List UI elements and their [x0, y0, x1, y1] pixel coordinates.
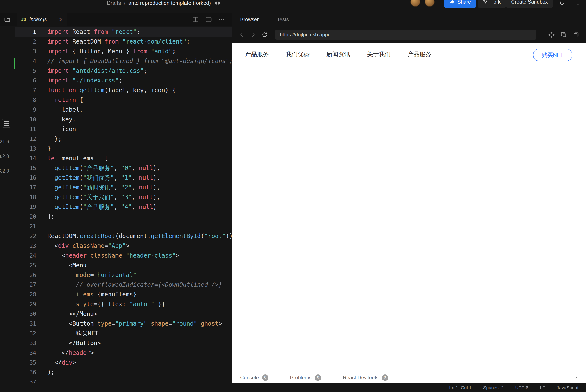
- code-line[interactable]: 31 <Button type="primary" shape="round" …: [15, 319, 232, 328]
- code-line[interactable]: 16 getItem("我们优势", "1", null),: [15, 173, 232, 183]
- code-line[interactable]: 33 </Button>: [15, 338, 232, 348]
- line-content: }: [47, 144, 51, 154]
- code-line[interactable]: 32 购买NFT: [15, 328, 232, 338]
- tab-close-icon[interactable]: ×: [59, 16, 63, 22]
- line-number: 37: [15, 377, 36, 383]
- site-menu-item[interactable]: 产品服务: [237, 46, 277, 62]
- tab-tests[interactable]: Tests: [277, 16, 289, 22]
- code-line[interactable]: 12 };: [15, 134, 232, 144]
- code-line[interactable]: 35 </div>: [15, 358, 232, 368]
- line-content: </header>: [47, 348, 94, 358]
- code-line[interactable]: 2import ReactDOM from "react-dom/client"…: [15, 37, 232, 46]
- line-content: return {: [47, 95, 83, 105]
- code-line[interactable]: 11 icon: [15, 124, 232, 134]
- line-content: key,: [47, 114, 76, 124]
- browser-chrome: [233, 26, 586, 43]
- line-number: 15: [15, 163, 36, 173]
- buy-nft-button[interactable]: 购买NFT: [533, 49, 572, 61]
- code-line[interactable]: 4// import { DownOutlined } from "@ant-d…: [15, 56, 232, 66]
- code-line[interactable]: 19 getItem("产品服务", "4", null): [15, 202, 232, 212]
- code-line[interactable]: 18 getItem("关于我们", "3", null),: [15, 192, 232, 202]
- share-button[interactable]: Share: [444, 0, 476, 8]
- code-line[interactable]: 13}: [15, 144, 232, 154]
- encoding-setting[interactable]: UTF-8: [515, 385, 528, 390]
- code-line[interactable]: 17 getItem("新闻资讯", "2", null),: [15, 183, 232, 192]
- code-line[interactable]: 21: [15, 222, 232, 231]
- code-line[interactable]: 23 <div className="App">: [15, 241, 232, 251]
- breadcrumb-drafts[interactable]: Drafts: [107, 0, 121, 6]
- code-line[interactable]: 36);: [15, 368, 232, 377]
- cursor-position[interactable]: Ln 1, Col 1: [449, 385, 471, 390]
- line-number: 28: [15, 290, 36, 300]
- language-mode[interactable]: JavaScript: [556, 385, 578, 390]
- tabbar-actions: [192, 13, 225, 26]
- code-line[interactable]: 7function getItem(label, key, icon) {: [15, 86, 232, 95]
- console-bar: Console0Problems0React DevTools0: [233, 372, 586, 383]
- forward-icon[interactable]: [249, 31, 257, 38]
- site-header: 产品服务我们优势新闻资讯关于我们产品服务 购买NFT: [233, 43, 586, 62]
- code-line[interactable]: 6import "./index.css";: [15, 76, 232, 86]
- dependencies-menu-icon[interactable]: [2, 119, 11, 128]
- site-menu-item[interactable]: 产品服务: [399, 46, 440, 62]
- site-menu-item[interactable]: 我们优势: [277, 46, 318, 62]
- code-line[interactable]: 22ReactDOM.createRoot(document.getElemen…: [15, 231, 232, 241]
- code-line[interactable]: 8 return {: [15, 95, 232, 105]
- chevron-down-icon[interactable]: [573, 375, 579, 380]
- refresh-icon[interactable]: [261, 31, 268, 38]
- more-options-kebab-icon[interactable]: [574, 0, 582, 7]
- copy-url-icon[interactable]: [560, 31, 567, 38]
- notifications-bell-icon[interactable]: [558, 0, 566, 7]
- console-tab[interactable]: React DevTools0: [343, 374, 388, 381]
- site-menu-item[interactable]: 新闻资讯: [318, 46, 359, 62]
- open-new-window-icon[interactable]: [572, 31, 580, 38]
- code-line[interactable]: 10 key,: [15, 114, 232, 124]
- tab-index-js[interactable]: JS index.js ×: [17, 13, 67, 26]
- editor-tabbar: JS index.js ×: [0, 13, 232, 26]
- console-tab[interactable]: Console0: [240, 374, 268, 381]
- count-badge: 0: [262, 374, 268, 381]
- url-input[interactable]: [275, 30, 536, 40]
- code-line[interactable]: 20];: [15, 212, 232, 222]
- code-line[interactable]: 15 getItem("产品服务", "0", null),: [15, 163, 232, 173]
- code-line[interactable]: 24 <header className="header-class">: [15, 251, 232, 260]
- code-line[interactable]: 25 <Menu: [15, 260, 232, 270]
- create-sandbox-button[interactable]: Create Sandbox: [506, 0, 553, 8]
- code-editor[interactable]: 1import React from "react";2import React…: [15, 26, 232, 383]
- line-content: };: [47, 134, 62, 144]
- split-editor-icon[interactable]: [192, 16, 199, 23]
- line-number: 34: [15, 348, 36, 358]
- fork-icon: [483, 0, 488, 4]
- back-icon[interactable]: [238, 31, 246, 38]
- code-line[interactable]: 29 style={{ flex: "auto " }}: [15, 300, 232, 309]
- open-preview-icon[interactable]: [205, 16, 212, 23]
- dependency-version: 3.2.0: [0, 149, 15, 164]
- code-line[interactable]: 34 </header>: [15, 348, 232, 358]
- code-line[interactable]: 28 items={menuItems}: [15, 290, 232, 300]
- console-tab[interactable]: Problems0: [290, 374, 321, 381]
- diamond-grid-icon[interactable]: [548, 31, 555, 38]
- code-line[interactable]: 9 label,: [15, 105, 232, 114]
- indentation-setting[interactable]: Spaces: 2: [483, 385, 504, 390]
- line-content: ></Menu>: [47, 309, 97, 319]
- code-line[interactable]: 27 // overflowedIndicator={<DownOutlined…: [15, 280, 232, 290]
- editor-menu-ellipsis-icon[interactable]: [218, 16, 225, 23]
- site-menu-item[interactable]: 关于我们: [359, 46, 399, 62]
- code-line[interactable]: 30 ></Menu>: [15, 309, 232, 319]
- line-number: 1: [15, 27, 36, 37]
- file-explorer-icon[interactable]: [4, 16, 11, 24]
- avatar[interactable]: [425, 0, 434, 7]
- line-content: mode="horizontal": [47, 270, 137, 280]
- tab-browser[interactable]: Browser: [240, 16, 259, 22]
- code-line[interactable]: 1import React from "react";: [15, 27, 232, 37]
- code-line[interactable]: 26 mode="horizontal": [15, 270, 232, 280]
- line-content: // import { DownOutlined } from "@ant-de…: [47, 56, 232, 66]
- avatar[interactable]: [410, 0, 420, 7]
- code-line[interactable]: 14let menuItems = [: [15, 154, 232, 163]
- code-line[interactable]: 3import { Button, Menu } from "antd";: [15, 46, 232, 56]
- sandbox-title[interactable]: antd reproduction template (forked): [128, 0, 211, 6]
- line-number: 30: [15, 309, 36, 319]
- fork-button[interactable]: Fork: [478, 0, 506, 8]
- eol-setting[interactable]: LF: [540, 385, 545, 390]
- code-line[interactable]: 5import "antd/dist/antd.css";: [15, 66, 232, 76]
- code-line[interactable]: 37: [15, 377, 232, 383]
